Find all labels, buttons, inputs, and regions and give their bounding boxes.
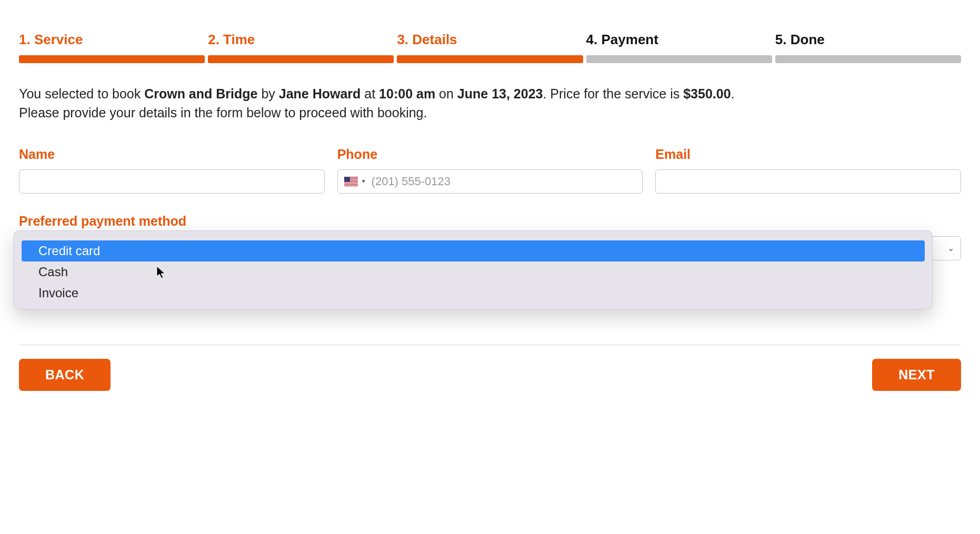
step-bar [397,55,583,63]
name-label: Name [19,147,325,162]
summary-service: Crown and Bridge [144,86,257,101]
summary-text: . Price for the service is [543,86,683,101]
phone-label: Phone [337,147,643,162]
nav-buttons: BACK NEXT [19,359,961,391]
step-bar [775,55,961,63]
summary-time: 10:00 am [379,86,435,101]
phone-input[interactable] [372,175,636,188]
summary-text: You selected to book [19,86,144,101]
payment-dropdown: Credit card Cash Invoice [14,230,933,309]
email-group: Email [655,147,961,194]
payment-option-empty[interactable] [22,234,925,240]
country-selector[interactable]: ▼ [344,177,372,186]
divider [19,345,961,345]
summary-text: at [361,86,379,101]
progress-steps: 1. Service 2. Time 3. Details 4. Payment… [19,32,961,63]
name-group: Name [19,147,325,194]
payment-label: Preferred payment method [19,214,961,229]
email-input[interactable] [655,169,961,194]
payment-option-credit-card[interactable]: Credit card [22,240,925,261]
svg-rect-7 [344,177,350,182]
payment-option-invoice[interactable]: Invoice [22,283,925,304]
summary-date: June 13, 2023 [457,86,543,101]
phone-group: Phone ▼ [337,147,643,194]
svg-rect-4 [344,182,358,182]
details-form-row: Name Phone ▼ [19,147,961,194]
step-payment[interactable]: 4. Payment [586,32,772,63]
step-bar [586,55,772,63]
next-button[interactable]: NEXT [872,359,961,391]
step-details[interactable]: 3. Details [397,32,583,63]
booking-summary: You selected to book Crown and Bridge by… [19,84,961,123]
svg-rect-6 [344,185,358,185]
step-label: 5. Done [775,32,961,48]
step-bar [19,55,205,63]
payment-option-cash[interactable]: Cash [22,261,925,283]
summary-text: . [731,86,735,101]
step-label: 1. Service [19,32,205,48]
summary-text: by [257,86,278,101]
step-done[interactable]: 5. Done [775,32,961,63]
step-service[interactable]: 1. Service [19,32,205,63]
summary-price: $350.00 [683,86,731,101]
svg-rect-5 [344,183,358,184]
email-label: Email [655,147,961,162]
chevron-down-icon: ⌄ [947,243,954,253]
step-label: 2. Time [208,32,394,48]
us-flag-icon [344,177,358,186]
step-label: 3. Details [397,32,583,48]
summary-provider: Jane Howard [279,86,361,101]
summary-line2: Please provide your details in the form … [19,105,427,120]
caret-down-icon: ▼ [361,178,366,184]
name-input[interactable] [19,169,325,194]
summary-text: on [435,86,457,101]
back-button[interactable]: BACK [19,359,111,391]
step-bar [208,55,394,63]
phone-input-wrapper: ▼ [337,169,643,194]
step-time[interactable]: 2. Time [208,32,394,63]
step-label: 4. Payment [586,32,772,48]
